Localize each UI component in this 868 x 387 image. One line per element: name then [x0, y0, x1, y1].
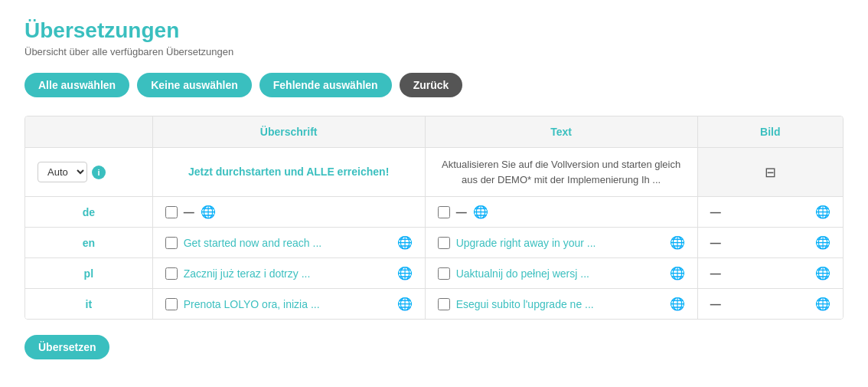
bild-dash: — [710, 298, 721, 310]
info-icon[interactable]: i [92, 166, 106, 179]
table-row: itPrenota LOLYO ora, inizia ...🌐Esegui s… [25, 289, 843, 320]
bild-globe-icon[interactable]: 🌐 [815, 266, 830, 280]
bild-globe-icon[interactable]: 🌐 [815, 235, 830, 250]
page-title: Übersetzungen [24, 18, 844, 43]
bild-dash: — [710, 267, 721, 280]
text-content: Uaktualnij do pełnej wersj ... [456, 267, 664, 280]
uberschrift-cell: Prenota LOLYO ora, inizia ...🌐 [152, 289, 425, 320]
auto-uberschrift-text: Jetzt durchstarten und ALLE erreichen! [188, 166, 389, 178]
footer: Übersetzen [24, 335, 844, 359]
text-globe-icon[interactable]: 🌐 [670, 235, 685, 250]
text-content: Esegui subito l'upgrade ne ... [456, 298, 664, 310]
uberschrift-globe-icon[interactable]: 🌐 [201, 205, 216, 219]
uberschrift-checkbox[interactable] [165, 267, 178, 280]
text-cell: Uaktualnij do pełnej wersj ...🌐 [425, 258, 697, 289]
bild-dash: — [710, 237, 721, 249]
text-checkbox[interactable] [438, 237, 450, 249]
page-subtitle: Übersicht über alle verfügbaren Übersetz… [24, 46, 844, 57]
auto-bild-cell: ⊟ [697, 148, 843, 197]
text-checkbox[interactable] [438, 206, 450, 218]
uberschrift-header: Überschrift [152, 116, 425, 148]
auto-lang-cell: Auto i [25, 148, 152, 197]
lang-header [25, 116, 152, 148]
bild-cell: —🌐 [697, 228, 843, 258]
uberschrift-cell: Zacznij już teraz i dotrzy ...🌐 [152, 258, 425, 289]
back-button[interactable]: Zurück [400, 73, 463, 97]
text-content: Upgrade right away in your ... [456, 237, 664, 249]
uberschrift-globe-icon[interactable]: 🌐 [397, 235, 413, 250]
uberschrift-cell: —🌐 [152, 197, 425, 228]
bild-dash: — [710, 206, 721, 218]
bild-cell: —🌐 [697, 289, 843, 320]
uberschrift-cell: Get started now and reach ...🌐 [152, 228, 425, 258]
text-checkbox[interactable] [438, 298, 450, 310]
uberschrift-globe-icon[interactable]: 🌐 [397, 297, 413, 311]
lang-cell: pl [25, 258, 152, 289]
lang-cell: de [25, 197, 152, 228]
table-row: enGet started now and reach ...🌐Upgrade … [25, 228, 843, 258]
image-icon: ⊟ [765, 165, 776, 180]
text-cell: —🌐 [425, 197, 697, 228]
uberschrift-text: Zacznij już teraz i dotrzy ... [184, 267, 391, 280]
auto-row: Auto i Jetzt durchstarten und ALLE errei… [25, 148, 843, 197]
select-none-button[interactable]: Keine auswählen [137, 73, 252, 97]
auto-text-cell: Aktualisieren Sie auf die Vollversion un… [425, 148, 697, 197]
table-row: de—🌐—🌐—🌐 [25, 197, 843, 228]
auto-select[interactable]: Auto [38, 162, 87, 182]
uberschrift-checkbox[interactable] [165, 206, 178, 218]
bild-cell: —🌐 [697, 258, 843, 289]
select-missing-button[interactable]: Fehlende auswählen [259, 73, 392, 97]
page-container: Übersetzungen Übersicht über alle verfüg… [0, 0, 868, 378]
text-cell: Upgrade right away in your ...🌐 [425, 228, 697, 258]
uberschrift-checkbox[interactable] [165, 237, 178, 249]
bild-header: Bild [697, 116, 843, 148]
text-globe-icon[interactable]: 🌐 [670, 297, 685, 311]
text-dash: — [456, 206, 467, 218]
auto-uberschrift-cell: Jetzt durchstarten und ALLE erreichen! [152, 148, 425, 197]
uberschrift-text: Get started now and reach ... [184, 237, 391, 249]
text-cell: Esegui subito l'upgrade ne ...🌐 [425, 289, 697, 320]
lang-cell: en [25, 228, 152, 258]
translations-table: Überschrift Text Bild Auto i [24, 116, 844, 320]
auto-text-content: Aktualisieren Sie auf die Vollversion un… [442, 159, 680, 185]
text-header: Text [425, 116, 697, 148]
table-row: plZacznij już teraz i dotrzy ...🌐Uaktual… [25, 258, 843, 289]
bild-globe-icon[interactable]: 🌐 [815, 205, 830, 219]
uberschrift-text: Prenota LOLYO ora, inizia ... [184, 298, 391, 310]
text-globe-icon[interactable]: 🌐 [473, 205, 488, 219]
select-all-button[interactable]: Alle auswählen [24, 73, 129, 97]
translate-button[interactable]: Übersetzen [24, 335, 109, 359]
uberschrift-checkbox[interactable] [165, 298, 178, 310]
lang-cell: it [25, 289, 152, 320]
bild-cell: —🌐 [697, 197, 843, 228]
bild-globe-icon[interactable]: 🌐 [815, 297, 830, 311]
uberschrift-dash: — [184, 206, 194, 218]
uberschrift-globe-icon[interactable]: 🌐 [397, 266, 413, 280]
text-checkbox[interactable] [438, 267, 450, 280]
text-globe-icon[interactable]: 🌐 [670, 266, 685, 280]
toolbar: Alle auswählen Keine auswählen Fehlende … [24, 73, 844, 97]
